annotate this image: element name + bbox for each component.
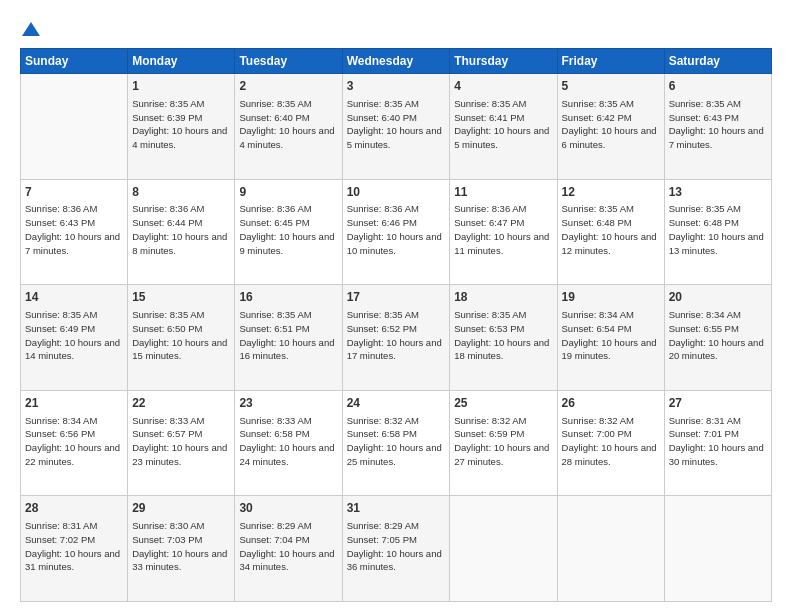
day-number: 29 (132, 500, 230, 517)
day-info: Sunrise: 8:34 AMSunset: 6:56 PMDaylight:… (25, 414, 123, 469)
calendar-cell: 24Sunrise: 8:32 AMSunset: 6:58 PMDayligh… (342, 390, 450, 496)
calendar-cell: 5Sunrise: 8:35 AMSunset: 6:42 PMDaylight… (557, 74, 664, 180)
day-header-thursday: Thursday (450, 49, 557, 74)
day-number: 23 (239, 395, 337, 412)
header (20, 20, 772, 38)
day-number: 28 (25, 500, 123, 517)
calendar-cell: 1Sunrise: 8:35 AMSunset: 6:39 PMDaylight… (128, 74, 235, 180)
day-number: 10 (347, 184, 446, 201)
day-number: 17 (347, 289, 446, 306)
day-number: 18 (454, 289, 552, 306)
calendar-cell: 15Sunrise: 8:35 AMSunset: 6:50 PMDayligh… (128, 285, 235, 391)
day-number: 9 (239, 184, 337, 201)
day-number: 4 (454, 78, 552, 95)
day-info: Sunrise: 8:35 AMSunset: 6:43 PMDaylight:… (669, 97, 767, 152)
calendar-table: SundayMondayTuesdayWednesdayThursdayFrid… (20, 48, 772, 602)
day-number: 25 (454, 395, 552, 412)
day-info: Sunrise: 8:29 AMSunset: 7:04 PMDaylight:… (239, 519, 337, 574)
calendar-cell: 6Sunrise: 8:35 AMSunset: 6:43 PMDaylight… (664, 74, 771, 180)
day-info: Sunrise: 8:34 AMSunset: 6:54 PMDaylight:… (562, 308, 660, 363)
calendar-cell (21, 74, 128, 180)
day-info: Sunrise: 8:35 AMSunset: 6:48 PMDaylight:… (562, 202, 660, 257)
day-info: Sunrise: 8:36 AMSunset: 6:47 PMDaylight:… (454, 202, 552, 257)
calendar-cell: 26Sunrise: 8:32 AMSunset: 7:00 PMDayligh… (557, 390, 664, 496)
calendar-cell: 22Sunrise: 8:33 AMSunset: 6:57 PMDayligh… (128, 390, 235, 496)
calendar-cell: 23Sunrise: 8:33 AMSunset: 6:58 PMDayligh… (235, 390, 342, 496)
day-number: 21 (25, 395, 123, 412)
day-number: 22 (132, 395, 230, 412)
day-number: 13 (669, 184, 767, 201)
day-info: Sunrise: 8:36 AMSunset: 6:46 PMDaylight:… (347, 202, 446, 257)
calendar-body: 1Sunrise: 8:35 AMSunset: 6:39 PMDaylight… (21, 74, 772, 602)
day-header-sunday: Sunday (21, 49, 128, 74)
calendar-cell: 3Sunrise: 8:35 AMSunset: 6:40 PMDaylight… (342, 74, 450, 180)
day-info: Sunrise: 8:32 AMSunset: 6:58 PMDaylight:… (347, 414, 446, 469)
day-info: Sunrise: 8:35 AMSunset: 6:48 PMDaylight:… (669, 202, 767, 257)
day-number: 7 (25, 184, 123, 201)
day-number: 3 (347, 78, 446, 95)
day-info: Sunrise: 8:35 AMSunset: 6:41 PMDaylight:… (454, 97, 552, 152)
calendar-cell: 7Sunrise: 8:36 AMSunset: 6:43 PMDaylight… (21, 179, 128, 285)
day-info: Sunrise: 8:35 AMSunset: 6:40 PMDaylight:… (239, 97, 337, 152)
day-info: Sunrise: 8:35 AMSunset: 6:40 PMDaylight:… (347, 97, 446, 152)
calendar-cell: 2Sunrise: 8:35 AMSunset: 6:40 PMDaylight… (235, 74, 342, 180)
calendar-week-row: 7Sunrise: 8:36 AMSunset: 6:43 PMDaylight… (21, 179, 772, 285)
day-info: Sunrise: 8:36 AMSunset: 6:45 PMDaylight:… (239, 202, 337, 257)
calendar-cell: 20Sunrise: 8:34 AMSunset: 6:55 PMDayligh… (664, 285, 771, 391)
calendar-header-row: SundayMondayTuesdayWednesdayThursdayFrid… (21, 49, 772, 74)
day-header-monday: Monday (128, 49, 235, 74)
day-number: 19 (562, 289, 660, 306)
day-info: Sunrise: 8:35 AMSunset: 6:51 PMDaylight:… (239, 308, 337, 363)
day-info: Sunrise: 8:32 AMSunset: 6:59 PMDaylight:… (454, 414, 552, 469)
calendar-cell: 4Sunrise: 8:35 AMSunset: 6:41 PMDaylight… (450, 74, 557, 180)
calendar-cell: 29Sunrise: 8:30 AMSunset: 7:03 PMDayligh… (128, 496, 235, 602)
calendar-week-row: 21Sunrise: 8:34 AMSunset: 6:56 PMDayligh… (21, 390, 772, 496)
day-number: 12 (562, 184, 660, 201)
calendar-cell: 28Sunrise: 8:31 AMSunset: 7:02 PMDayligh… (21, 496, 128, 602)
day-number: 6 (669, 78, 767, 95)
day-header-tuesday: Tuesday (235, 49, 342, 74)
day-number: 24 (347, 395, 446, 412)
day-info: Sunrise: 8:34 AMSunset: 6:55 PMDaylight:… (669, 308, 767, 363)
page: SundayMondayTuesdayWednesdayThursdayFrid… (0, 0, 792, 612)
day-header-wednesday: Wednesday (342, 49, 450, 74)
day-info: Sunrise: 8:35 AMSunset: 6:42 PMDaylight:… (562, 97, 660, 152)
calendar-cell: 30Sunrise: 8:29 AMSunset: 7:04 PMDayligh… (235, 496, 342, 602)
day-number: 26 (562, 395, 660, 412)
calendar-cell: 14Sunrise: 8:35 AMSunset: 6:49 PMDayligh… (21, 285, 128, 391)
calendar-cell: 18Sunrise: 8:35 AMSunset: 6:53 PMDayligh… (450, 285, 557, 391)
day-number: 27 (669, 395, 767, 412)
day-info: Sunrise: 8:29 AMSunset: 7:05 PMDaylight:… (347, 519, 446, 574)
calendar-cell (557, 496, 664, 602)
day-info: Sunrise: 8:33 AMSunset: 6:58 PMDaylight:… (239, 414, 337, 469)
day-number: 5 (562, 78, 660, 95)
day-info: Sunrise: 8:36 AMSunset: 6:43 PMDaylight:… (25, 202, 123, 257)
calendar-cell: 8Sunrise: 8:36 AMSunset: 6:44 PMDaylight… (128, 179, 235, 285)
day-info: Sunrise: 8:33 AMSunset: 6:57 PMDaylight:… (132, 414, 230, 469)
calendar-cell (664, 496, 771, 602)
day-info: Sunrise: 8:35 AMSunset: 6:49 PMDaylight:… (25, 308, 123, 363)
calendar-cell: 17Sunrise: 8:35 AMSunset: 6:52 PMDayligh… (342, 285, 450, 391)
day-number: 30 (239, 500, 337, 517)
calendar-cell: 13Sunrise: 8:35 AMSunset: 6:48 PMDayligh… (664, 179, 771, 285)
calendar-cell: 25Sunrise: 8:32 AMSunset: 6:59 PMDayligh… (450, 390, 557, 496)
day-info: Sunrise: 8:35 AMSunset: 6:50 PMDaylight:… (132, 308, 230, 363)
logo (20, 20, 40, 38)
day-info: Sunrise: 8:31 AMSunset: 7:01 PMDaylight:… (669, 414, 767, 469)
day-number: 16 (239, 289, 337, 306)
day-number: 14 (25, 289, 123, 306)
calendar-week-row: 1Sunrise: 8:35 AMSunset: 6:39 PMDaylight… (21, 74, 772, 180)
day-number: 11 (454, 184, 552, 201)
day-info: Sunrise: 8:35 AMSunset: 6:53 PMDaylight:… (454, 308, 552, 363)
calendar-cell: 12Sunrise: 8:35 AMSunset: 6:48 PMDayligh… (557, 179, 664, 285)
calendar-cell: 27Sunrise: 8:31 AMSunset: 7:01 PMDayligh… (664, 390, 771, 496)
day-number: 8 (132, 184, 230, 201)
day-number: 31 (347, 500, 446, 517)
calendar-cell: 11Sunrise: 8:36 AMSunset: 6:47 PMDayligh… (450, 179, 557, 285)
calendar-cell (450, 496, 557, 602)
calendar-cell: 9Sunrise: 8:36 AMSunset: 6:45 PMDaylight… (235, 179, 342, 285)
calendar-cell: 16Sunrise: 8:35 AMSunset: 6:51 PMDayligh… (235, 285, 342, 391)
day-header-friday: Friday (557, 49, 664, 74)
day-number: 1 (132, 78, 230, 95)
svg-marker-0 (22, 22, 40, 36)
